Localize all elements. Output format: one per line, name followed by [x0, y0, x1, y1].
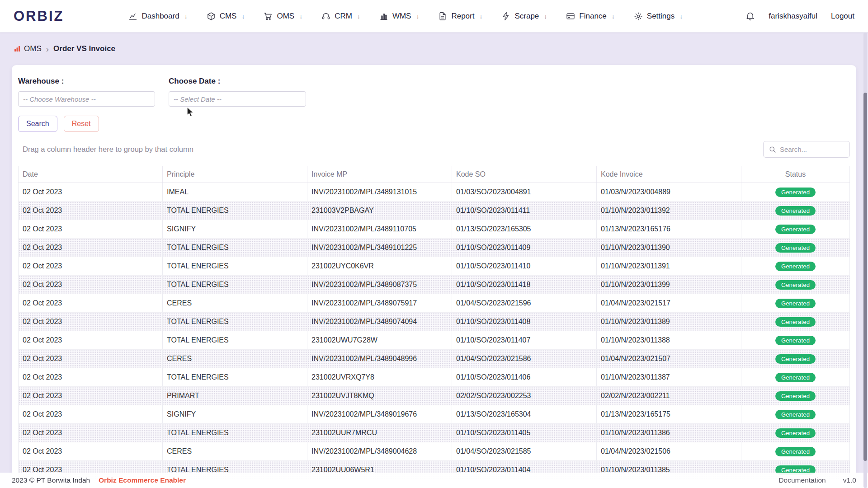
- grid-search-input[interactable]: [780, 145, 844, 153]
- cell-kode-invoice: 02/02/N/2023/002211: [597, 387, 741, 405]
- status-badge: Generated: [775, 225, 816, 234]
- documentation-link[interactable]: Documentation: [778, 476, 826, 484]
- table-row[interactable]: 02 Oct 2023 TOTAL ENERGIES INV/20231002/…: [19, 276, 850, 294]
- line-chart-icon: [128, 12, 137, 21]
- warehouse-select[interactable]: [18, 91, 155, 107]
- cell-kode-invoice: 01/04/N/2023/021506: [597, 442, 741, 461]
- logout-button[interactable]: Logout: [831, 12, 854, 21]
- column-header-kode-invoice[interactable]: Kode Invoice: [597, 166, 741, 183]
- table-row[interactable]: 02 Oct 2023 PRIMART 231002UVJT8KMQ 02/02…: [19, 387, 850, 405]
- cell-date: 02 Oct 2023: [19, 257, 163, 276]
- table-row[interactable]: 02 Oct 2023 TOTAL ENERGIES 231002UYC0K6V…: [19, 257, 850, 276]
- table-row[interactable]: 02 Oct 2023 SIGNIFY INV/20231002/MPL/348…: [19, 405, 850, 424]
- nav-item-settings[interactable]: Settings: [634, 12, 683, 21]
- status-badge: Generated: [775, 336, 816, 345]
- nav-item-label: Scrape: [514, 12, 539, 21]
- table-row[interactable]: 02 Oct 2023 CERES INV/20231002/MPL/34890…: [19, 294, 850, 313]
- date-select[interactable]: [169, 91, 306, 107]
- cell-date: 02 Oct 2023: [19, 276, 163, 294]
- headset-icon: [321, 12, 330, 21]
- nav-item-label: Report: [451, 12, 474, 21]
- table-row[interactable]: 02 Oct 2023 TOTAL ENERGIES 231002UWU7G28…: [19, 331, 850, 350]
- cell-invoice-mp: INV/20231002/MPL/3489074094: [307, 313, 452, 331]
- nav-item-crm[interactable]: CRM: [321, 12, 360, 21]
- cell-invoice-mp: 231002UYC0K6VR: [307, 257, 452, 276]
- copyright-text: 2023 © PT Borwita Indah –: [12, 476, 96, 484]
- table-row[interactable]: 02 Oct 2023 TOTAL ENERGIES 231002UUR7MRC…: [19, 424, 850, 442]
- notification-bell-icon[interactable]: [745, 11, 755, 21]
- column-header-invoice-mp[interactable]: Invoice MP: [307, 166, 452, 183]
- nav-item-dashboard[interactable]: Dashboard: [128, 12, 187, 21]
- cell-status: Generated: [741, 239, 850, 257]
- breadcrumb-separator-icon: [46, 45, 49, 53]
- table-row[interactable]: 02 Oct 2023 TOTAL ENERGIES 231002UVRXQ7Y…: [19, 368, 850, 387]
- table-row[interactable]: 02 Oct 2023 CERES INV/20231002/MPL/34890…: [19, 442, 850, 461]
- nav-item-scrape[interactable]: Scrape: [501, 12, 547, 21]
- cell-invoice-mp: 231002UWU7G28W: [307, 331, 452, 350]
- cube-icon: [207, 12, 216, 21]
- cell-date: 02 Oct 2023: [19, 183, 163, 202]
- cell-kode-so: 01/10/SO/2023/011408: [452, 313, 597, 331]
- nav-item-finance[interactable]: Finance: [566, 12, 614, 21]
- cell-kode-so: 01/10/SO/2023/011411: [452, 202, 597, 220]
- nav-item-cms[interactable]: CMS: [207, 12, 245, 21]
- cell-date: 02 Oct 2023: [19, 387, 163, 405]
- cart-icon: [264, 12, 273, 21]
- cell-invoice-mp: INV/20231002/MPL/3489019676: [307, 405, 452, 424]
- top-right-actions: fariskhasyaiful Logout: [745, 11, 854, 21]
- cell-kode-invoice: 01/10/N/2023/011389: [597, 313, 741, 331]
- column-header-principle[interactable]: Principle: [163, 166, 307, 183]
- status-badge: Generated: [775, 206, 816, 216]
- table-row[interactable]: 02 Oct 2023 TOTAL ENERGIES INV/20231002/…: [19, 239, 850, 257]
- cell-status: Generated: [741, 368, 850, 387]
- column-header-kode-so[interactable]: Kode SO: [452, 166, 597, 183]
- table-row[interactable]: 02 Oct 2023 TOTAL ENERGIES 231003V2PBAGA…: [19, 202, 850, 220]
- nav-item-oms[interactable]: OMS: [264, 12, 302, 21]
- reset-button[interactable]: Reset: [64, 116, 99, 132]
- credit-card-icon: [566, 12, 575, 21]
- cell-kode-invoice: 01/10/N/2023/011386: [597, 424, 741, 442]
- status-badge: Generated: [775, 243, 816, 253]
- orbiz-logo[interactable]: ORBIZ: [14, 8, 64, 24]
- lightning-icon: [501, 12, 510, 21]
- chevron-down-icon: [299, 13, 302, 20]
- cell-kode-so: 01/04/SO/2023/021586: [452, 350, 597, 368]
- table-row[interactable]: 02 Oct 2023 CERES INV/20231002/MPL/34890…: [19, 350, 850, 368]
- cell-principle: TOTAL ENERGIES: [163, 239, 307, 257]
- cell-kode-invoice: 01/10/N/2023/011392: [597, 202, 741, 220]
- cell-status: Generated: [741, 220, 850, 239]
- cell-kode-invoice: 01/04/N/2023/021517: [597, 294, 741, 313]
- cell-status: Generated: [741, 313, 850, 331]
- column-header-status[interactable]: Status: [741, 166, 850, 183]
- user-menu[interactable]: fariskhasyaiful: [769, 12, 817, 21]
- cell-principle: CERES: [163, 294, 307, 313]
- filter-actions: Search Reset: [18, 116, 850, 132]
- cell-kode-so: 01/10/SO/2023/011405: [452, 424, 597, 442]
- nav-item-label: OMS: [277, 12, 294, 21]
- table-row[interactable]: 02 Oct 2023 SIGNIFY INV/20231002/MPL/348…: [19, 220, 850, 239]
- warehouse-label: Warehouse :: [18, 77, 155, 86]
- breadcrumb-oms-link[interactable]: OMS: [14, 44, 42, 53]
- nav-item-report[interactable]: Report: [438, 12, 482, 21]
- chevron-down-icon: [416, 13, 419, 20]
- vertical-scrollbar-thumb[interactable]: [863, 93, 867, 461]
- nav-item-label: WMS: [392, 12, 411, 21]
- status-badge: Generated: [775, 299, 816, 308]
- cell-principle: TOTAL ENERGIES: [163, 276, 307, 294]
- column-header-date[interactable]: Date: [19, 166, 163, 183]
- footer: 2023 © PT Borwita Indah – Orbiz Ecommerc…: [0, 473, 868, 488]
- table-row[interactable]: 02 Oct 2023 TOTAL ENERGIES INV/20231002/…: [19, 313, 850, 331]
- search-button[interactable]: Search: [18, 116, 57, 132]
- grid-search-box[interactable]: [763, 141, 850, 158]
- table-row[interactable]: 02 Oct 2023 IMEAL INV/20231002/MPL/34891…: [19, 183, 850, 202]
- cell-kode-invoice: 01/10/N/2023/011399: [597, 276, 741, 294]
- cell-principle: TOTAL ENERGIES: [163, 424, 307, 442]
- cell-kode-so: 01/10/SO/2023/011406: [452, 368, 597, 387]
- cell-date: 02 Oct 2023: [19, 239, 163, 257]
- cell-invoice-mp: INV/20231002/MPL/3489101225: [307, 239, 452, 257]
- nav-item-wms[interactable]: WMS: [379, 12, 420, 21]
- cell-status: Generated: [741, 442, 850, 461]
- brand-link[interactable]: Orbiz Ecommerce Enabler: [99, 476, 186, 484]
- cell-kode-so: 01/03/SO/2023/004891: [452, 183, 597, 202]
- breadcrumb: OMS Order VS Invoice: [0, 33, 868, 65]
